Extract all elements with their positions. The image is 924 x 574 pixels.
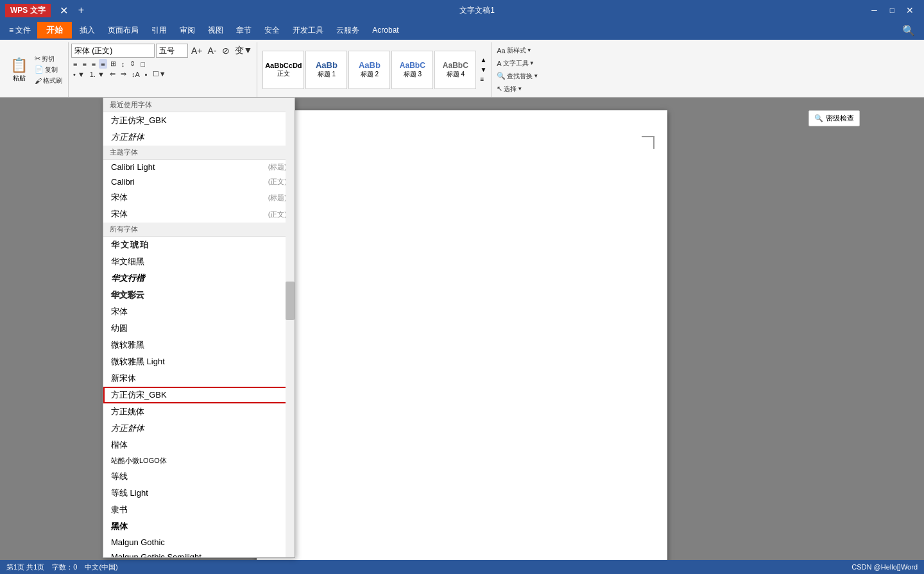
decrease-font-button[interactable]: A- [206,44,219,58]
font-malgun-gothic-semilight[interactable]: Malgun Gothic Semilight [103,550,295,557]
indent2-button[interactable]: ⇒ [119,69,128,79]
calibri-light-name: Calibri Light [111,162,155,172]
find-replace-button[interactable]: 🔍 查找替换 ▼ [495,71,540,81]
gallery-scroll: ▲ ▼ ≡ [479,55,488,84]
theme-font-calibri[interactable]: Calibri (正文) [103,174,295,189]
style-heading1[interactable]: AaBb 标题 1 [305,51,347,89]
outdent-button[interactable]: ⇐ [108,69,117,79]
menu-item-ref[interactable]: 引用 [145,22,173,38]
close-button[interactable]: ✕ [901,3,919,18]
paste-button[interactable]: 📋 粘贴 [6,56,31,84]
copy-button[interactable]: 📄 复制 [33,65,64,75]
format-painter-icon: 🖌 [35,77,42,85]
border2-button[interactable]: ☐▼ [151,69,168,79]
menu-item-cloud[interactable]: 云服务 [330,22,366,38]
language: 中文(中国) [85,562,117,572]
font-msyahei-light[interactable]: 微软雅黑 Light [103,353,295,370]
theme-font-songti-title[interactable]: 宋体 (标题) [103,189,295,206]
align-center-button[interactable]: ≡ [80,59,88,69]
clear-format-button[interactable]: ⊘ [220,44,232,58]
gallery-up[interactable]: ▲ [479,55,488,65]
recent-font-1[interactable]: 方正仿宋_GBK [103,112,295,129]
gallery-down[interactable]: ▼ [479,65,488,74]
theme-font-songti-body[interactable]: 宋体 (正文) [103,206,295,223]
recent-font-2[interactable]: 方正舒体 [103,129,295,146]
spacing-button[interactable]: ⇕ [128,59,137,69]
sort-button[interactable]: ↕A [130,69,142,79]
recent-font-1-name: 方正仿宋_GBK [111,115,167,126]
menu-item-devtools[interactable]: 开发工具 [286,22,330,38]
font-lishu[interactable]: 隶书 [103,502,295,518]
security-check-button[interactable]: 🔍 密级检查 [809,110,860,126]
font-heiti[interactable]: 黑体 [103,518,295,535]
style-gallery: AaBbCcDd 正文 AaBb 标题 1 AaBb 标题 2 AaBbC 标题… [261,49,477,90]
menu-item-security[interactable]: 安全 [258,22,286,38]
new-tab-btn[interactable]: + [73,2,89,19]
font-fzfangsong-gbk[interactable]: 方正仿宋_GBK [103,387,295,403]
search-icon[interactable]: 🔍 [896,22,921,39]
align-right-button[interactable]: ≡ [90,59,98,69]
clipboard-group: 📋 粘贴 ✂ 剪切 📄 复制 🖌 格式刷 [3,42,69,97]
title-bar: WPS 文字 ✕ + 文字文稿1 ─ □ ✕ [0,0,924,21]
new-tab-plus[interactable]: ✕ [55,2,73,19]
font-xinsongti[interactable]: 新宋体 [103,370,295,387]
style-heading4[interactable]: AaBbC 标题 4 [434,51,476,89]
font-dengxian-light[interactable]: 等线 Light [103,485,295,502]
songti-body-tag: (正文) [268,210,287,219]
indent-button[interactable]: ↕ [119,59,127,69]
font-youyuan[interactable]: 幼圆 [103,320,295,337]
dropdown-scrollbar[interactable] [286,98,295,557]
menu-item-chapter[interactable]: 章节 [230,22,258,38]
font-kaiti[interactable]: 楷体 [103,437,295,453]
numbered-list-button[interactable]: 1. ▼ [88,69,107,79]
menu-item-file[interactable]: ≡ 文件 [3,22,37,38]
menu-item-acrobat[interactable]: Acrobat [366,23,405,37]
font-huawenxingkai[interactable]: 华文行楷 [103,270,295,287]
border-button[interactable]: □ [139,59,147,69]
font-msyahei[interactable]: 微软雅黑 [103,337,295,353]
font-huawenxihei[interactable]: 华文细黑 [103,253,295,270]
select-button[interactable]: ↖ 选择 ▼ [495,84,540,94]
maximize-button[interactable]: □ [884,3,901,17]
menu-item-insert[interactable]: 插入 [73,22,101,38]
shading-button[interactable]: ▪ [143,69,150,79]
bullet-list-button[interactable]: • ▼ [71,69,87,79]
menu-item-view[interactable]: 视图 [201,22,230,38]
cut-button[interactable]: ✂ 剪切 [33,54,64,64]
font-fzyangsong[interactable]: 方正姚体 [103,403,295,420]
format-painter-button[interactable]: 🖌 格式刷 [33,76,64,86]
style-heading3[interactable]: AaBbC 标题 3 [391,51,433,89]
watermark-text: CSDN @Hello[]Word [851,563,918,571]
font-dengxian[interactable]: 等线 [103,468,295,485]
theme-font-calibri-light[interactable]: Calibri Light (标题) [103,160,295,174]
font-malgun-gothic[interactable]: Malgun Gothic [103,535,295,550]
page-corner-tr [642,136,654,149]
word-count: 字数：0 [52,562,77,572]
gallery-more[interactable]: ≡ [479,74,488,84]
font-name-input[interactable] [71,44,155,58]
style-h1-label: 标题 1 [318,70,336,79]
menu-item-layout[interactable]: 页面布局 [101,22,145,38]
status-right: CSDN @Hello[]Word [851,563,918,571]
font-fzshuti[interactable]: 方正舒体 [103,420,295,437]
font-huawenbiaoyu[interactable]: 华文琥珀 [103,237,295,253]
menu-item-review[interactable]: 审阅 [173,22,201,38]
minimize-button[interactable]: ─ [865,3,884,17]
document-page[interactable] [257,110,667,574]
increase-font-button[interactable]: A+ [189,44,205,58]
phonetics-button[interactable]: 变▼ [233,44,255,58]
font-zankusmall-logo[interactable]: 站酷小微LOGO体 [103,453,295,468]
font-huawencaiyun[interactable]: 华文彩云 [103,287,295,303]
new-style-button[interactable]: Aa 新样式 ▼ [495,46,540,56]
justify-button[interactable]: ≡ [99,59,107,69]
style-normal[interactable]: AaBbCcDd 正文 [262,51,304,89]
distributed-button[interactable]: ⊞ [108,59,118,69]
new-style-icon: Aa [497,47,505,55]
text-tool-button[interactable]: A 文字工具 ▼ [495,58,540,69]
menu-item-start[interactable]: 开始 [37,22,72,38]
tools-group: Aa 新样式 ▼ A 文字工具 ▼ 🔍 查找替换 ▼ ↖ 选择 ▼ [492,42,543,97]
align-left-button[interactable]: ≡ [71,59,79,69]
font-songti[interactable]: 宋体 [103,303,295,320]
style-heading2[interactable]: AaBb 标题 2 [348,51,390,89]
font-size-input[interactable] [156,44,188,58]
